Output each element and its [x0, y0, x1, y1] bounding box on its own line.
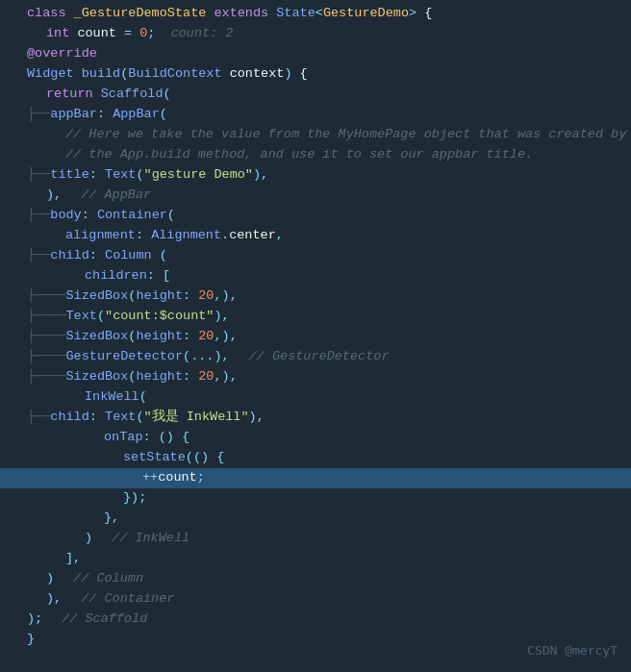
line-content-6: ├──appBar: AppBar( [27, 105, 167, 125]
code-line-18: ├────GestureDetector(...),// GestureDete… [0, 347, 631, 367]
line-content-13: ├──child: Column ( [27, 246, 167, 266]
line-content-9: ├──title: Text("gesture Demo"), [27, 165, 268, 186]
code-line-16: ├────Text("count:$count"), [0, 307, 631, 327]
code-line-30: ),// Container [0, 589, 631, 610]
line-content-32: } [27, 630, 35, 650]
code-editor: class _GestureDemoState extends State<Ge… [0, 0, 631, 672]
code-line-17: ├────SizedBox(height: 20,), [0, 327, 631, 347]
code-line-20: InkWell( [0, 387, 631, 408]
code-line-10: ),// AppBar [0, 186, 631, 206]
line-content-30: ),// Container [27, 589, 174, 610]
code-line-27: )// InkWell [0, 529, 631, 549]
line-content-15: ├────SizedBox(height: 20,), [27, 286, 238, 307]
code-line-11: ├──body: Container( [0, 206, 631, 226]
code-line-25: }); [0, 488, 631, 509]
line-content-18: ├────GestureDetector(...),// GestureDete… [27, 347, 389, 367]
code-line-28: ], [0, 549, 631, 569]
line-content-1: class _GestureDemoState extends State<Ge… [27, 4, 432, 24]
code-line-7: // Here we take the value from the MyHom… [0, 125, 631, 145]
code-line-31: );// Scaffold [0, 610, 631, 630]
code-line-13: ├──child: Column ( [0, 246, 631, 266]
line-content-31: );// Scaffold [27, 610, 147, 630]
code-line-29: )// Column [0, 569, 631, 589]
line-content-28: ], [27, 549, 81, 569]
line-content-10: ),// AppBar [27, 186, 151, 206]
code-line-6: ├──appBar: AppBar( [0, 105, 631, 125]
watermark-text: CSDN @mercyT [527, 641, 618, 660]
line-content-11: ├──body: Container( [27, 206, 175, 226]
line-content-26: }, [27, 509, 119, 529]
line-content-24: ++count; [27, 468, 205, 488]
line-content-21: ├──child: Text("我是 InkWell"), [27, 408, 265, 428]
line-content-3: @override [27, 44, 97, 64]
line-content-5: return Scaffold( [27, 85, 171, 105]
line-content-25: }); [27, 488, 146, 509]
code-line-5: return Scaffold( [0, 85, 631, 105]
code-line-21: ├──child: Text("我是 InkWell"), [0, 408, 631, 428]
line-content-19: ├────SizedBox(height: 20,), [27, 367, 238, 387]
code-line-12: alignment: Alignment.center, [0, 226, 631, 246]
code-line-4: Widget build(BuildContext context) { [0, 64, 631, 85]
code-line-1: class _GestureDemoState extends State<Ge… [0, 4, 631, 24]
line-content-22: onTap: () { [27, 428, 189, 448]
line-content-29: )// Column [27, 569, 143, 589]
line-content-27: )// InkWell [27, 529, 189, 549]
code-line-8: // the App.build method, and use it to s… [0, 145, 631, 165]
line-content-7: // Here we take the value from the MyHom… [27, 125, 626, 145]
line-content-14: children: [ [27, 266, 170, 286]
code-line-22: onTap: () { [0, 428, 631, 448]
line-content-8: // the App.build method, and use it to s… [27, 145, 533, 165]
line-content-16: ├────Text("count:$count"), [27, 307, 230, 327]
line-content-17: ├────SizedBox(height: 20,), [27, 327, 238, 347]
code-line-23: setState(() { [0, 448, 631, 468]
code-line-15: ├────SizedBox(height: 20,), [0, 286, 631, 307]
line-content-12: alignment: Alignment.center, [27, 226, 284, 246]
line-content-20: InkWell( [27, 387, 147, 408]
line-content-4: Widget build(BuildContext context) { [27, 64, 308, 85]
line-content-2: int count = 0; count: 2 [27, 24, 233, 44]
code-line-26: }, [0, 509, 631, 529]
code-line-24: ++count; [0, 468, 631, 488]
line-content-23: setState(() { [27, 448, 224, 468]
code-line-3: @override [0, 44, 631, 64]
code-line-2: int count = 0; count: 2 [0, 24, 631, 44]
code-line-14: children: [ [0, 266, 631, 286]
code-line-19: ├────SizedBox(height: 20,), [0, 367, 631, 387]
code-line-9: ├──title: Text("gesture Demo"), [0, 165, 631, 186]
